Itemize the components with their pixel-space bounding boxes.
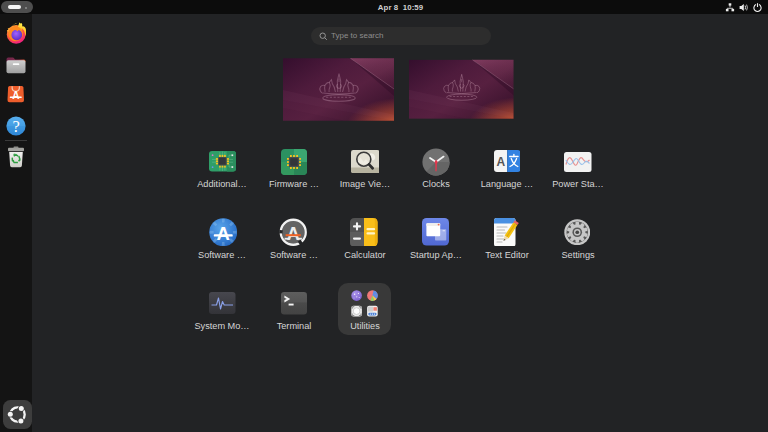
svg-text:A: A [496,155,505,169]
svg-text:A: A [287,223,300,243]
svg-text:?: ? [12,116,19,135]
svg-text:A: A [13,90,20,101]
svg-text:A: A [216,223,229,244]
